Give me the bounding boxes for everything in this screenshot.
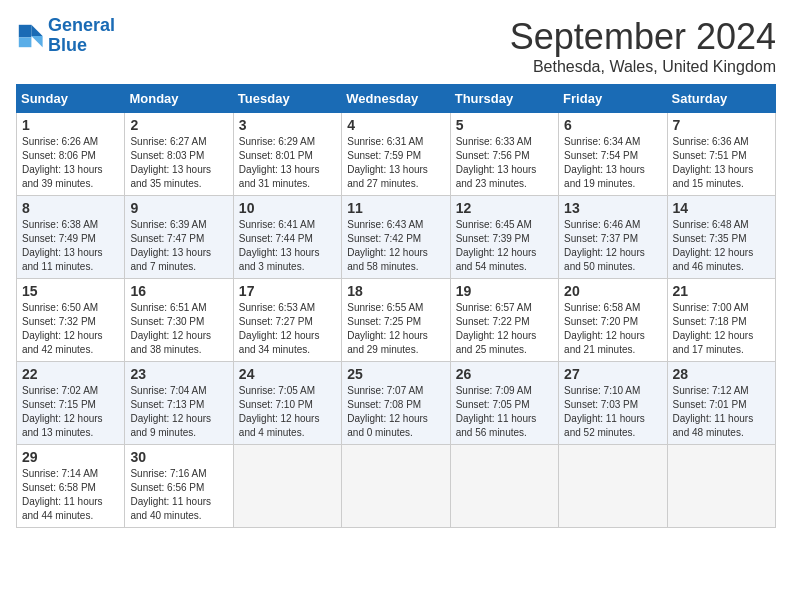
day-number: 3 <box>239 117 336 133</box>
day-number: 11 <box>347 200 444 216</box>
header-tuesday: Tuesday <box>233 85 341 113</box>
day-info: Sunrise: 6:33 AMSunset: 7:56 PMDaylight:… <box>456 135 553 191</box>
day-info: Sunrise: 6:39 AMSunset: 7:47 PMDaylight:… <box>130 218 227 274</box>
day-info: Sunrise: 7:02 AMSunset: 7:15 PMDaylight:… <box>22 384 119 440</box>
calendar-cell: 2Sunrise: 6:27 AMSunset: 8:03 PMDaylight… <box>125 113 233 196</box>
calendar-cell <box>667 445 775 528</box>
calendar-cell: 28Sunrise: 7:12 AMSunset: 7:01 PMDayligh… <box>667 362 775 445</box>
calendar-cell: 25Sunrise: 7:07 AMSunset: 7:08 PMDayligh… <box>342 362 450 445</box>
calendar-cell: 6Sunrise: 6:34 AMSunset: 7:54 PMDaylight… <box>559 113 667 196</box>
day-info: Sunrise: 6:57 AMSunset: 7:22 PMDaylight:… <box>456 301 553 357</box>
day-number: 6 <box>564 117 661 133</box>
header-thursday: Thursday <box>450 85 558 113</box>
calendar-cell: 29Sunrise: 7:14 AMSunset: 6:58 PMDayligh… <box>17 445 125 528</box>
day-number: 23 <box>130 366 227 382</box>
day-number: 1 <box>22 117 119 133</box>
calendar-cell: 10Sunrise: 6:41 AMSunset: 7:44 PMDayligh… <box>233 196 341 279</box>
day-info: Sunrise: 7:10 AMSunset: 7:03 PMDaylight:… <box>564 384 661 440</box>
svg-marker-0 <box>31 25 42 36</box>
calendar-cell: 12Sunrise: 6:45 AMSunset: 7:39 PMDayligh… <box>450 196 558 279</box>
calendar-cell: 14Sunrise: 6:48 AMSunset: 7:35 PMDayligh… <box>667 196 775 279</box>
day-info: Sunrise: 6:31 AMSunset: 7:59 PMDaylight:… <box>347 135 444 191</box>
header-sunday: Sunday <box>17 85 125 113</box>
day-number: 22 <box>22 366 119 382</box>
week-row-3: 15Sunrise: 6:50 AMSunset: 7:32 PMDayligh… <box>17 279 776 362</box>
logo-text-line1: General <box>48 16 115 36</box>
day-number: 4 <box>347 117 444 133</box>
day-info: Sunrise: 6:53 AMSunset: 7:27 PMDaylight:… <box>239 301 336 357</box>
calendar-cell <box>559 445 667 528</box>
week-row-2: 8Sunrise: 6:38 AMSunset: 7:49 PMDaylight… <box>17 196 776 279</box>
day-info: Sunrise: 6:36 AMSunset: 7:51 PMDaylight:… <box>673 135 770 191</box>
month-title: September 2024 <box>510 16 776 58</box>
calendar-cell <box>342 445 450 528</box>
week-row-4: 22Sunrise: 7:02 AMSunset: 7:15 PMDayligh… <box>17 362 776 445</box>
day-info: Sunrise: 7:14 AMSunset: 6:58 PMDaylight:… <box>22 467 119 523</box>
calendar-cell: 17Sunrise: 6:53 AMSunset: 7:27 PMDayligh… <box>233 279 341 362</box>
calendar-cell: 23Sunrise: 7:04 AMSunset: 7:13 PMDayligh… <box>125 362 233 445</box>
week-row-5: 29Sunrise: 7:14 AMSunset: 6:58 PMDayligh… <box>17 445 776 528</box>
header: General Blue September 2024 Bethesda, Wa… <box>16 16 776 76</box>
calendar-cell: 20Sunrise: 6:58 AMSunset: 7:20 PMDayligh… <box>559 279 667 362</box>
logo: General Blue <box>16 16 115 56</box>
svg-rect-2 <box>19 25 32 38</box>
header-saturday: Saturday <box>667 85 775 113</box>
calendar-cell: 16Sunrise: 6:51 AMSunset: 7:30 PMDayligh… <box>125 279 233 362</box>
day-number: 26 <box>456 366 553 382</box>
calendar-cell: 5Sunrise: 6:33 AMSunset: 7:56 PMDaylight… <box>450 113 558 196</box>
svg-rect-3 <box>19 37 32 47</box>
day-number: 25 <box>347 366 444 382</box>
day-info: Sunrise: 6:46 AMSunset: 7:37 PMDaylight:… <box>564 218 661 274</box>
day-info: Sunrise: 6:58 AMSunset: 7:20 PMDaylight:… <box>564 301 661 357</box>
title-area: September 2024 Bethesda, Wales, United K… <box>510 16 776 76</box>
day-info: Sunrise: 6:38 AMSunset: 7:49 PMDaylight:… <box>22 218 119 274</box>
day-info: Sunrise: 7:09 AMSunset: 7:05 PMDaylight:… <box>456 384 553 440</box>
location: Bethesda, Wales, United Kingdom <box>510 58 776 76</box>
logo-icon <box>16 22 44 50</box>
calendar-cell <box>233 445 341 528</box>
day-info: Sunrise: 6:34 AMSunset: 7:54 PMDaylight:… <box>564 135 661 191</box>
day-info: Sunrise: 6:48 AMSunset: 7:35 PMDaylight:… <box>673 218 770 274</box>
day-number: 24 <box>239 366 336 382</box>
day-number: 16 <box>130 283 227 299</box>
calendar-cell: 11Sunrise: 6:43 AMSunset: 7:42 PMDayligh… <box>342 196 450 279</box>
day-number: 19 <box>456 283 553 299</box>
calendar-cell: 24Sunrise: 7:05 AMSunset: 7:10 PMDayligh… <box>233 362 341 445</box>
svg-marker-1 <box>31 36 42 47</box>
day-info: Sunrise: 6:29 AMSunset: 8:01 PMDaylight:… <box>239 135 336 191</box>
day-number: 2 <box>130 117 227 133</box>
day-number: 7 <box>673 117 770 133</box>
day-info: Sunrise: 6:26 AMSunset: 8:06 PMDaylight:… <box>22 135 119 191</box>
day-number: 18 <box>347 283 444 299</box>
day-info: Sunrise: 6:27 AMSunset: 8:03 PMDaylight:… <box>130 135 227 191</box>
day-info: Sunrise: 6:51 AMSunset: 7:30 PMDaylight:… <box>130 301 227 357</box>
day-number: 8 <box>22 200 119 216</box>
day-info: Sunrise: 7:04 AMSunset: 7:13 PMDaylight:… <box>130 384 227 440</box>
header-friday: Friday <box>559 85 667 113</box>
day-number: 20 <box>564 283 661 299</box>
calendar-cell: 8Sunrise: 6:38 AMSunset: 7:49 PMDaylight… <box>17 196 125 279</box>
header-row: SundayMondayTuesdayWednesdayThursdayFrid… <box>17 85 776 113</box>
calendar-cell: 9Sunrise: 6:39 AMSunset: 7:47 PMDaylight… <box>125 196 233 279</box>
day-number: 29 <box>22 449 119 465</box>
day-info: Sunrise: 6:55 AMSunset: 7:25 PMDaylight:… <box>347 301 444 357</box>
day-number: 30 <box>130 449 227 465</box>
day-info: Sunrise: 7:00 AMSunset: 7:18 PMDaylight:… <box>673 301 770 357</box>
calendar-cell: 1Sunrise: 6:26 AMSunset: 8:06 PMDaylight… <box>17 113 125 196</box>
day-info: Sunrise: 7:05 AMSunset: 7:10 PMDaylight:… <box>239 384 336 440</box>
day-number: 5 <box>456 117 553 133</box>
day-number: 9 <box>130 200 227 216</box>
calendar-cell: 27Sunrise: 7:10 AMSunset: 7:03 PMDayligh… <box>559 362 667 445</box>
calendar-table: SundayMondayTuesdayWednesdayThursdayFrid… <box>16 84 776 528</box>
week-row-1: 1Sunrise: 6:26 AMSunset: 8:06 PMDaylight… <box>17 113 776 196</box>
day-info: Sunrise: 6:41 AMSunset: 7:44 PMDaylight:… <box>239 218 336 274</box>
calendar-cell: 18Sunrise: 6:55 AMSunset: 7:25 PMDayligh… <box>342 279 450 362</box>
header-monday: Monday <box>125 85 233 113</box>
day-number: 27 <box>564 366 661 382</box>
day-number: 28 <box>673 366 770 382</box>
calendar-cell: 30Sunrise: 7:16 AMSunset: 6:56 PMDayligh… <box>125 445 233 528</box>
calendar-cell: 3Sunrise: 6:29 AMSunset: 8:01 PMDaylight… <box>233 113 341 196</box>
day-number: 13 <box>564 200 661 216</box>
day-info: Sunrise: 7:16 AMSunset: 6:56 PMDaylight:… <box>130 467 227 523</box>
day-number: 14 <box>673 200 770 216</box>
